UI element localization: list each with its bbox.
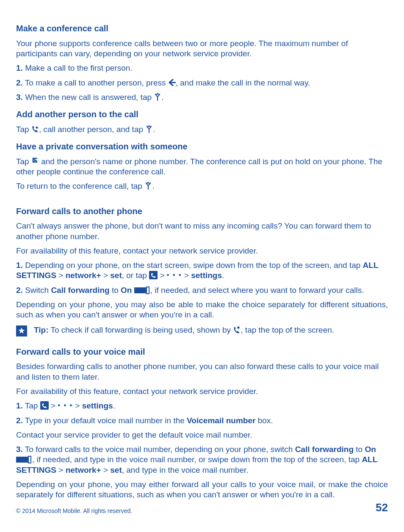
page-number: 52 xyxy=(376,501,388,514)
subheading-add-person: Add another person to the call xyxy=(16,109,388,120)
paragraph: Depending on your phone, you may either … xyxy=(16,480,388,500)
step-2: 2. To make a call to another person, pre… xyxy=(16,78,388,88)
step-1: 1. Tap > • • • > settings. xyxy=(16,401,388,411)
private-call-icon xyxy=(31,157,39,165)
paragraph: Can't always answer the phone, but don't… xyxy=(16,221,388,242)
page-footer: © 2014 Microsoft Mobile. All rights rese… xyxy=(16,501,388,514)
phone-tile-icon xyxy=(149,271,158,279)
paragraph: To return to the conference call, tap . xyxy=(16,181,388,191)
document-body: Make a conference call Your phone suppor… xyxy=(16,23,388,500)
heading-forward-voicemail: Forward calls to your voice mail xyxy=(16,347,388,358)
toggle-on-icon xyxy=(16,456,32,463)
step-2: 2. Type in your default voice mail numbe… xyxy=(16,416,388,426)
paragraph: Tap and the person's name or phone numbe… xyxy=(16,157,388,177)
more-icon: • • • xyxy=(167,271,182,279)
subheading-private: Have a private conversation with someone xyxy=(16,141,388,152)
add-call-icon xyxy=(31,125,39,133)
merge-calls-icon xyxy=(154,93,161,101)
call-forward-indicator-icon xyxy=(233,326,241,334)
step-3: 3. To forward calls to the voice mail nu… xyxy=(16,444,388,475)
heading-conference: Make a conference call xyxy=(16,23,388,34)
paragraph: Depending on your phone, you may also be… xyxy=(16,300,388,320)
step-2: 2. Switch Call forwarding to On , if nee… xyxy=(16,285,388,295)
copyright: © 2014 Microsoft Mobile. All rights rese… xyxy=(16,507,132,514)
phone-tile-icon xyxy=(40,401,49,410)
paragraph: For availability of this feature, contac… xyxy=(16,246,388,256)
paragraph: For availability of this feature, contac… xyxy=(16,386,388,397)
paragraph: Your phone supports conference calls bet… xyxy=(16,39,388,59)
tip-callout: Tip: To check if call forwarding is bein… xyxy=(16,325,388,336)
step-1: 1. Depending on your phone, on the start… xyxy=(16,260,388,281)
step-1: 1. Make a call to the first person. xyxy=(16,63,388,73)
paragraph: Tap , call another person, and tap . xyxy=(16,124,388,135)
step-3: 3. When the new call is answered, tap . xyxy=(16,92,388,102)
more-icon: • • • xyxy=(58,401,73,410)
paragraph: Besides forwarding calls to another phon… xyxy=(16,361,388,382)
merge-calls-icon xyxy=(145,125,153,133)
toggle-on-icon xyxy=(134,287,150,294)
merge-calls-icon xyxy=(144,182,152,190)
tip-label: Tip: xyxy=(34,325,48,334)
heading-forward-phone: Forward calls to another phone xyxy=(16,206,388,217)
paragraph: Contact your service provider to get the… xyxy=(16,430,388,440)
back-icon xyxy=(168,79,176,86)
tip-star-icon xyxy=(16,325,27,336)
